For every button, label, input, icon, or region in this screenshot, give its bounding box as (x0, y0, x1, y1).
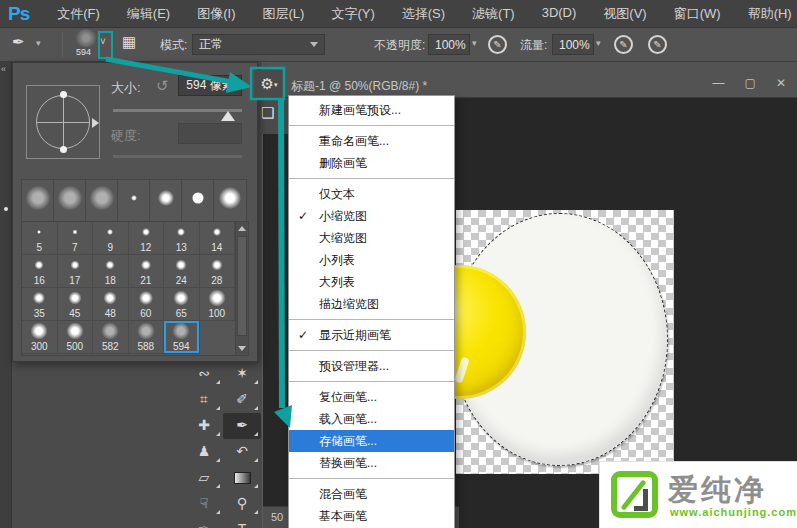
brush-tool-preset-icon[interactable]: ✒ (12, 33, 25, 51)
new-brush-preset-icon[interactable]: ❏ (261, 104, 274, 122)
healing-brush-tool[interactable]: ✚ (185, 413, 223, 439)
gear-menu-item[interactable]: 仅文本 (289, 183, 454, 205)
gear-menu-item[interactable]: 大缩览图 (289, 227, 454, 249)
brush-preset[interactable]: 7 (58, 222, 94, 255)
brush-preset[interactable]: 18 (93, 255, 129, 288)
hardness-value-field[interactable] (178, 123, 242, 144)
dodge-tool[interactable]: ⚲ (223, 491, 261, 517)
maximize-button[interactable]: ▢ (745, 76, 756, 90)
smoothing-icon[interactable]: ✎ (648, 35, 667, 54)
opacity-dropdown[interactable]: 100% (428, 34, 470, 55)
close-button[interactable]: ✕ (776, 76, 786, 90)
brush-preset[interactable]: 13 (164, 222, 200, 255)
brush-preset[interactable]: 12 (129, 222, 165, 255)
gear-menu-item[interactable]: 删除画笔 (289, 152, 454, 174)
brush-panel-menu-button[interactable]: ⚙▾ (254, 70, 284, 98)
zoom-level[interactable]: 50 (271, 511, 283, 523)
gear-menu-item[interactable]: 新建画笔预设... (289, 99, 454, 121)
menu-bar-item[interactable]: 3D(D) (542, 5, 577, 23)
brush-preset[interactable]: 300 (22, 321, 58, 354)
brush-preset[interactable]: 9 (93, 222, 129, 255)
brush-grid-scrollbar[interactable] (235, 222, 248, 355)
menu-bar-item[interactable]: 文件(F) (57, 5, 100, 23)
menu-bar-item[interactable]: 图层(L) (262, 5, 304, 23)
brush-picker-chevron-icon[interactable]: ˅ (100, 36, 106, 47)
toggle-brush-panel-icon[interactable]: ▦ (122, 33, 136, 51)
brush-preset[interactable]: 60 (129, 288, 165, 321)
brush-preset[interactable]: 35 (22, 288, 58, 321)
brush-preset[interactable]: 500 (58, 321, 94, 354)
brush-angle-control[interactable] (26, 85, 100, 159)
brush-tool[interactable]: ✒ (223, 413, 261, 439)
document-titlebar[interactable]: 标题-1 @ 50%(RGB/8#) * — ▢ ✕ (263, 62, 797, 98)
roundness-handle[interactable] (60, 91, 67, 98)
roundness-handle[interactable] (60, 146, 67, 153)
gear-menu-item[interactable]: 预设管理器... (289, 355, 454, 377)
brush-preset[interactable]: 588 (129, 321, 165, 354)
collapse-chevrons-icon[interactable]: « (1, 64, 6, 74)
menu-bar-item[interactable]: 图像(I) (197, 5, 235, 23)
brush-preset[interactable]: 21 (129, 255, 165, 288)
brush-preset[interactable]: 16 (22, 255, 58, 288)
pen-tool[interactable]: ✑ (185, 517, 223, 528)
brush-preset[interactable]: 24 (164, 255, 200, 288)
eyedropper-tool[interactable]: ✐ (223, 387, 261, 413)
reset-size-icon[interactable]: ↺ (156, 77, 169, 95)
scrollbar-thumb[interactable] (237, 236, 247, 336)
brush-preset[interactable]: 582 (93, 321, 129, 354)
gear-menu-item[interactable]: 描边缩览图 (289, 293, 454, 315)
size-slider[interactable] (113, 109, 242, 112)
brush-preset[interactable]: 14 (200, 222, 236, 255)
scroll-up-icon[interactable] (238, 226, 246, 231)
brush-preview-thumbnail[interactable] (75, 29, 97, 47)
gear-menu-item[interactable]: 载入画笔... (289, 408, 454, 430)
eraser-tool[interactable]: ▱ (185, 465, 223, 491)
brush-preset[interactable]: 65 (164, 288, 200, 321)
size-value-field[interactable]: 594 像素 (178, 75, 242, 96)
brush-preset[interactable]: 5 (22, 222, 58, 255)
clone-stamp-tool[interactable]: ♟ (185, 439, 223, 465)
brush-preset[interactable]: 45 (58, 288, 94, 321)
magic-wand-tool[interactable]: ✶ (223, 361, 261, 387)
gradient-tool[interactable] (223, 465, 261, 491)
menu-bar-item[interactable]: 滤镜(T) (472, 5, 515, 23)
menu-bar-item[interactable]: 视图(V) (603, 5, 646, 23)
hardness-slider[interactable] (113, 155, 242, 158)
opacity-chevron-icon[interactable]: ▾ (472, 38, 477, 48)
lasso-tool[interactable]: ∾ (185, 361, 223, 387)
gear-menu-item[interactable]: ✓小缩览图 (289, 205, 454, 227)
gear-menu-item[interactable]: 大列表 (289, 271, 454, 293)
airbrush-icon[interactable]: ✎ (614, 35, 633, 54)
tool-preset-chevron-icon[interactable]: ▾ (36, 38, 41, 48)
gear-menu-item[interactable]: 混合画笔 (289, 483, 454, 505)
crop-tool[interactable]: ⌗ (185, 387, 223, 413)
gear-menu-item[interactable]: 存储画笔... (289, 430, 454, 452)
gear-menu-item[interactable]: 复位画笔... (289, 386, 454, 408)
history-brush-tool[interactable]: ↶ (223, 439, 261, 465)
menu-bar-item[interactable]: 文字(Y) (331, 5, 374, 23)
brush-preset[interactable]: 17 (58, 255, 94, 288)
mode-dropdown[interactable]: 正常 (192, 34, 325, 55)
smudge-tool[interactable]: ☟ (185, 491, 223, 517)
menu-bar-item[interactable]: 帮助(H) (748, 5, 792, 23)
flow-chevron-icon[interactable]: ▾ (596, 38, 601, 48)
menu-bar-item[interactable]: 选择(S) (402, 5, 445, 23)
brush-preset[interactable]: 100 (200, 288, 236, 321)
size-slider-thumb[interactable] (221, 111, 235, 121)
gear-menu-item[interactable]: 基本画笔 (289, 505, 454, 527)
brush-preset[interactable]: 28 (200, 255, 236, 288)
menu-bar-item[interactable]: 窗口(W) (674, 5, 721, 23)
gear-menu-item[interactable]: ✓显示近期画笔 (289, 324, 454, 346)
gear-menu-item[interactable]: 重命名画笔... (289, 130, 454, 152)
menu-bar-item[interactable]: 编辑(E) (127, 5, 170, 23)
opacity-pressure-icon[interactable]: ✎ (488, 35, 507, 54)
gear-menu-item[interactable]: 替换画笔... (289, 452, 454, 474)
brush-preset[interactable]: 48 (93, 288, 129, 321)
gear-menu-item[interactable]: 小列表 (289, 249, 454, 271)
type-tool[interactable]: T (223, 517, 261, 528)
minimize-button[interactable]: — (713, 76, 725, 90)
scroll-down-icon[interactable] (238, 346, 246, 351)
flow-dropdown[interactable]: 100% (552, 34, 594, 55)
angle-arrow-icon[interactable] (92, 118, 99, 128)
brush-preset[interactable]: 594 (164, 321, 200, 354)
